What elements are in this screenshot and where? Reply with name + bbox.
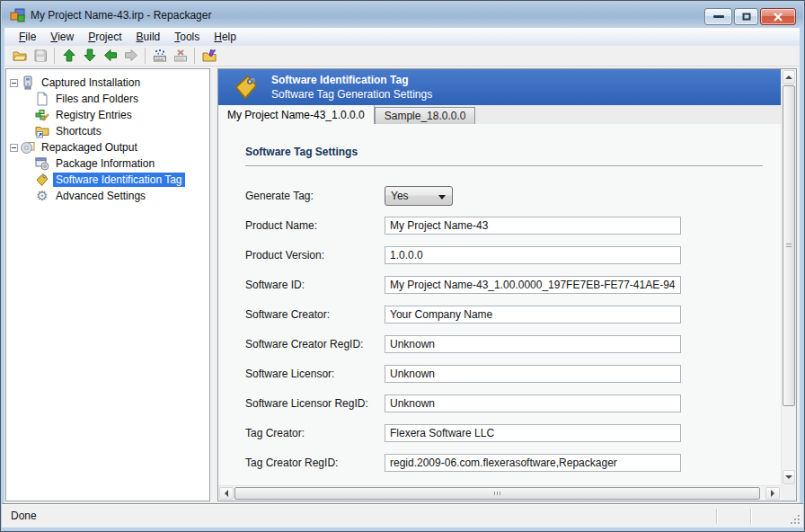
tree-item-advanced-settings[interactable]: ⚙ Advanced Settings	[6, 188, 209, 204]
cancel-build-icon	[173, 49, 188, 63]
navigate-forward-button[interactable]	[120, 46, 141, 66]
form-row-software-creator-regid: Software Creator RegID:	[245, 335, 781, 353]
field-label: Product Version:	[245, 249, 385, 262]
field-label: Software ID:	[245, 279, 385, 291]
tabstrip: My Project Name-43_1.0.0.0 Sample_18.0.0…	[218, 105, 781, 124]
toolbar-separator	[54, 48, 55, 64]
tree-item-label[interactable]: Repackaged Output	[39, 140, 140, 155]
tree-item-package-information[interactable]: Package Information	[6, 155, 209, 172]
statusbar-divider	[750, 509, 751, 524]
page-title: Software Identification Tag	[271, 74, 432, 86]
software-licensor-regid-field[interactable]	[385, 395, 681, 412]
tree-item-registry-entries[interactable]: Registry Entries	[6, 107, 209, 123]
arrow-down-icon	[83, 49, 97, 63]
product-name-field[interactable]	[385, 217, 681, 235]
form-row-generate-tag: Generate Tag: Yes	[245, 186, 781, 206]
minimize-button[interactable]	[704, 8, 732, 25]
triangle-down-icon	[785, 475, 792, 479]
form-row-product-version: Product Version:	[245, 246, 781, 264]
arrow-left-icon	[103, 49, 118, 63]
tree-item-captured-installation[interactable]: Captured Installation	[6, 75, 209, 91]
tree-item-label[interactable]: Files and Folders	[53, 92, 141, 106]
scrollbar-corner	[781, 485, 796, 501]
scroll-left-button[interactable]	[219, 487, 234, 500]
menu-view[interactable]: View	[43, 28, 81, 46]
tree-item-label[interactable]: Package Information	[53, 156, 157, 171]
window-title: My Project Name-43.irp - Repackager	[31, 9, 211, 22]
horizontal-scrollbar-thumb[interactable]	[234, 487, 760, 500]
move-up-button[interactable]	[58, 46, 79, 66]
product-version-field[interactable]	[385, 246, 681, 264]
tree-item-files-and-folders[interactable]: Files and Folders	[6, 91, 209, 107]
tree-item-label[interactable]: Registry Entries	[53, 108, 135, 122]
open-project-button[interactable]	[9, 46, 30, 66]
build-button[interactable]	[149, 46, 170, 66]
scroll-down-button[interactable]	[783, 470, 795, 484]
tree-item-label[interactable]: Captured Installation	[39, 75, 143, 90]
toolbar	[4, 46, 800, 66]
field-label: Generate Tag:	[245, 190, 385, 202]
menu-build[interactable]: Build	[129, 28, 168, 46]
collapse-icon[interactable]	[10, 144, 18, 152]
content-panel: Software Identification Tag Software Tag…	[217, 68, 797, 501]
tree-item-software-identification-tag[interactable]: Software Identification Tag	[6, 172, 209, 188]
menu-tools[interactable]: Tools	[167, 28, 207, 46]
vertical-scrollbar[interactable]	[781, 69, 796, 485]
menubar: File View Project Build Tools Help	[4, 28, 800, 46]
restore-button[interactable]	[734, 8, 758, 25]
cancel-build-button[interactable]	[170, 46, 190, 66]
software-creator-regid-field[interactable]	[385, 335, 681, 353]
close-icon	[773, 13, 783, 22]
field-label: Tag Creator:	[245, 427, 385, 439]
resize-grip[interactable]	[790, 514, 801, 525]
software-licensor-field[interactable]	[385, 365, 681, 383]
menu-file[interactable]: File	[12, 28, 43, 46]
tag-icon	[35, 173, 49, 187]
statusbar: Done	[2, 503, 803, 528]
field-label: Software Creator:	[245, 308, 385, 321]
tree-item-label[interactable]: Advanced Settings	[53, 189, 148, 203]
tree-item-label[interactable]: Software Identification Tag	[53, 173, 185, 187]
cd-package-icon	[21, 140, 35, 155]
tag-icon	[233, 73, 260, 102]
form-row-software-licensor-regid: Software Licensor RegID:	[245, 395, 781, 412]
software-id-field[interactable]	[385, 276, 681, 294]
form-row-software-id: Software ID:	[245, 276, 781, 294]
save-button[interactable]	[30, 46, 50, 66]
tag-creator-field[interactable]	[385, 424, 681, 442]
package-button[interactable]	[199, 46, 219, 66]
application-window: My Project Name-43.irp - Repackager File…	[0, 0, 805, 532]
horizontal-scrollbar[interactable]	[218, 485, 781, 501]
generate-tag-dropdown[interactable]: Yes	[385, 186, 453, 206]
restore-icon	[742, 13, 751, 21]
move-down-button[interactable]	[79, 46, 100, 66]
menu-help[interactable]: Help	[207, 28, 243, 46]
scroll-right-button[interactable]	[765, 487, 780, 500]
scroll-up-button[interactable]	[783, 70, 795, 84]
close-button[interactable]	[760, 8, 796, 25]
tree-item-repackaged-output[interactable]: Repackaged Output	[6, 139, 209, 155]
registry-icon	[35, 108, 49, 122]
shortcut-folder-icon	[35, 124, 49, 138]
settings-form: Software Tag Settings Generate Tag: Yes …	[218, 124, 781, 485]
tree-item-label[interactable]: Shortcuts	[53, 124, 104, 138]
vertical-scrollbar-thumb[interactable]	[783, 85, 795, 406]
navigate-back-button[interactable]	[100, 46, 120, 66]
save-icon	[33, 49, 48, 63]
collapse-icon[interactable]	[10, 79, 18, 87]
tab-sample[interactable]: Sample_18.0.0.0	[375, 107, 476, 124]
triangle-up-icon	[785, 75, 792, 79]
tab-my-project[interactable]: My Project Name-43_1.0.0.0	[218, 105, 375, 124]
menu-project[interactable]: Project	[81, 28, 128, 46]
section-divider	[245, 165, 763, 166]
tree-item-shortcuts[interactable]: Shortcuts	[6, 123, 209, 139]
software-creator-field[interactable]	[385, 306, 681, 324]
window-controls	[704, 8, 796, 25]
build-keyboard-icon	[153, 49, 167, 63]
main-area: Captured Installation Files and Folders	[4, 66, 800, 503]
tag-creator-regid-field[interactable]	[385, 454, 681, 472]
minimize-icon	[713, 15, 724, 18]
titlebar[interactable]: My Project Name-43.irp - Repackager	[2, 2, 803, 28]
field-label: Tag Creator RegID:	[245, 457, 385, 469]
form-row-product-name: Product Name:	[245, 217, 781, 235]
